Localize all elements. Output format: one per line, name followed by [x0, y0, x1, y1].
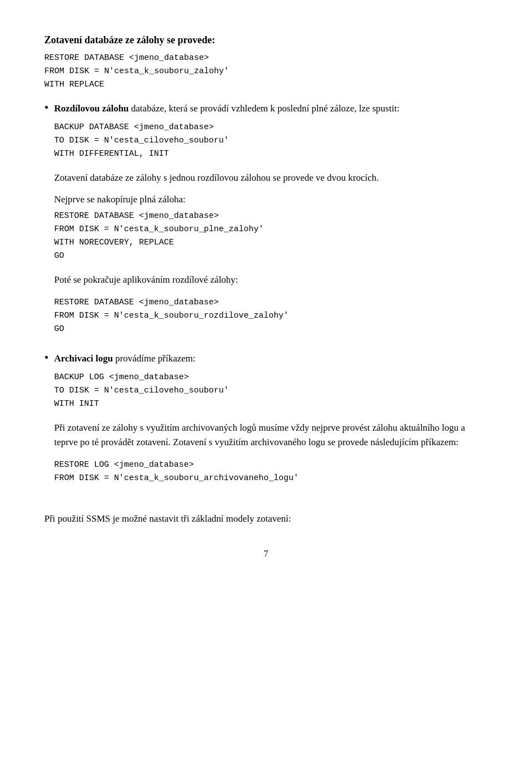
restore-code: RESTORE DATABASE <jmeno_database> FROM D… [44, 52, 488, 91]
differential-restore-diff-intro: Poté se pokračuje aplikováním rozdílové … [54, 273, 488, 287]
bullet-dot-differential: • [44, 100, 49, 115]
differential-backup-code: BACKUP DATABASE <jmeno_database> TO DISK… [54, 121, 488, 161]
differential-label: Rozdílovou zálohu databáze, která se pro… [54, 101, 488, 116]
differential-label-rest: databáze, která se provádí vzhledem k po… [129, 103, 400, 114]
restore-intro-section: Zotavení databáze ze zálohy se provede: … [44, 33, 488, 91]
archivaci-restore-log-code: RESTORE LOG <jmeno_database> FROM DISK =… [54, 458, 488, 485]
archivaci-label: Archivaci logu provádíme příkazem: [54, 351, 488, 366]
differential-content: Rozdílovou zálohu databáze, která se pro… [54, 101, 488, 346]
differential-restore-diff-code: RESTORE DATABASE <jmeno_database> FROM D… [54, 296, 488, 336]
archivaci-content: Archivaci logu provádíme příkazem: BACKU… [54, 351, 488, 495]
archivaci-backup-log-code: BACKUP LOG <jmeno_database> TO DISK = N'… [54, 371, 488, 411]
differential-restore-full-code: RESTORE DATABASE <jmeno_database> FROM D… [54, 210, 488, 263]
differential-bullet-item: • Rozdílovou zálohu databáze, která se p… [44, 101, 488, 346]
differential-restore-intro: Zotavení databáze ze zálohy s jednou roz… [54, 171, 488, 185]
ssms-paragraph: Při použití SSMS je možné nastavit tři z… [44, 512, 488, 526]
page-content: Zotavení databáze ze zálohy se provede: … [44, 33, 488, 559]
archivaci-bold-label: Archivaci logu [54, 353, 113, 364]
archivaci-para1: Při zotavení ze zálohy s využitím archiv… [54, 421, 488, 450]
page-number: 7 [44, 549, 488, 559]
differential-bold-label: Rozdílovou zálohu [54, 103, 129, 114]
archivaci-bullet-item: • Archivaci logu provádíme příkazem: BAC… [44, 351, 488, 495]
archivaci-label-rest: provádíme příkazem: [113, 353, 196, 364]
differential-restore-subheading: Nejprve se nakopíruje plná záloha: [54, 194, 488, 205]
bullet-dot-archivaci: • [44, 350, 49, 365]
restore-heading: Zotavení databáze ze zálohy se provede: [44, 33, 488, 47]
